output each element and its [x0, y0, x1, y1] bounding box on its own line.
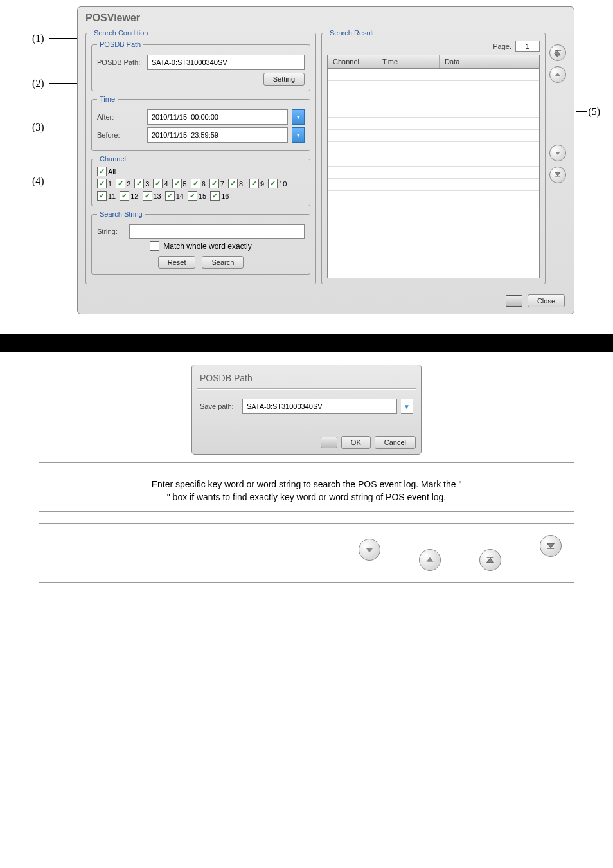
col-time[interactable]: Time [377, 55, 440, 68]
annotation-2: (2) [32, 78, 44, 89]
table-row [328, 167, 539, 179]
goto-first-icon-demo [479, 549, 501, 571]
checkbox-channel-16[interactable]: ✓ [210, 191, 220, 201]
channel-label: 5 [183, 180, 187, 188]
table-row [328, 154, 539, 167]
checkbox-channel-12[interactable]: ✓ [120, 191, 129, 201]
checkbox-channel-14[interactable]: ✓ [165, 191, 175, 201]
checkbox-channel-9[interactable]: ✓ [249, 179, 259, 188]
keyboard-icon[interactable] [506, 295, 522, 307]
annotation-3: (3) [32, 122, 44, 133]
channel-item-14: ✓14 [165, 191, 184, 201]
checkbox-channel-10[interactable]: ✓ [268, 179, 278, 188]
posdb-path-label: POSDB Path: [97, 59, 143, 66]
goto-last-button[interactable] [549, 167, 566, 183]
up-arrow-icon [555, 71, 561, 78]
down-icon-demo [359, 539, 380, 561]
checkbox-channel-7[interactable]: ✓ [209, 179, 219, 188]
channel-label: 15 [199, 192, 206, 200]
up-icon-demo [419, 549, 441, 571]
annotation-1: (1) [32, 33, 44, 44]
channel-group: Channel ✓ All ✓1✓2✓3✓4✓5✓6✓7✓8✓9✓10✓11✓1… [91, 155, 310, 206]
before-input[interactable] [147, 127, 288, 143]
after-input[interactable] [147, 109, 288, 125]
setting-button[interactable]: Setting [263, 73, 305, 86]
window-title: POSViewer [78, 7, 574, 29]
checkbox-channel-3[interactable]: ✓ [134, 179, 144, 188]
channel-item-4: ✓4 [153, 179, 168, 188]
channel-item-3: ✓3 [134, 179, 149, 188]
channel-item-16: ✓16 [210, 191, 229, 201]
col-data[interactable]: Data [440, 55, 539, 68]
page-number: 1 [515, 41, 540, 52]
channel-item-15: ✓15 [188, 191, 206, 201]
prev-button[interactable] [549, 66, 566, 83]
after-label: After: [97, 113, 143, 121]
result-table: Channel Time Data [327, 55, 540, 278]
search-string-input[interactable] [129, 224, 305, 239]
channel-label: 2 [127, 180, 130, 188]
channel-label: 12 [130, 192, 138, 200]
divider-3 [39, 469, 574, 469]
table-row [328, 142, 539, 154]
channel-item-13: ✓13 [143, 191, 161, 201]
search-condition-group: Search Condition POSDB Path POSDB Path: … [85, 29, 316, 284]
channel-label: 3 [145, 180, 149, 188]
channel-label: 6 [202, 180, 206, 188]
close-button[interactable]: Close [528, 294, 565, 307]
icon-row [39, 523, 574, 583]
table-row [328, 179, 539, 191]
channel-label: 8 [239, 180, 243, 188]
channel-label: 16 [221, 192, 229, 200]
checkbox-channel-13[interactable]: ✓ [143, 191, 152, 201]
table-row [328, 118, 539, 130]
channel-label: 13 [154, 192, 161, 200]
up-arrow-icon [425, 556, 434, 565]
down-arrow-icon [365, 545, 374, 554]
checkbox-channel-6[interactable]: ✓ [191, 179, 200, 188]
goto-last-icon-demo [540, 535, 562, 557]
channel-item-12: ✓12 [120, 191, 138, 201]
channel-label: 9 [260, 180, 264, 188]
search-string-group: Search String String: ✓ Match whole word… [91, 210, 310, 275]
search-button[interactable]: Search [202, 256, 244, 269]
cancel-button[interactable]: Cancel [375, 436, 416, 449]
posdb-path-input[interactable] [147, 55, 305, 70]
reset-button[interactable]: Reset [158, 256, 196, 269]
channel-label: 11 [108, 192, 116, 200]
checkbox-channel-1[interactable]: ✓ [97, 179, 107, 188]
string-label: String: [97, 228, 125, 235]
divider-1 [39, 462, 574, 463]
time-group: Time After: ▾ Before: ▾ [91, 95, 310, 151]
black-divider [0, 334, 613, 352]
channel-item-7: ✓7 [209, 179, 224, 188]
before-dropdown-icon[interactable]: ▾ [292, 127, 305, 143]
channel-item-1: ✓1 [97, 179, 112, 188]
annotation-4: (4) [32, 176, 44, 187]
search-result-group: Search Result Page. 1 Channel Time Data [321, 29, 546, 284]
keyboard-icon-dialog[interactable] [321, 437, 337, 448]
channel-label: 4 [164, 180, 168, 188]
after-dropdown-icon[interactable]: ▾ [292, 109, 305, 125]
goto-first-button[interactable] [549, 44, 566, 61]
col-channel[interactable]: Channel [328, 55, 377, 68]
checkbox-channel-2[interactable]: ✓ [116, 179, 125, 188]
checkbox-all[interactable]: ✓ [97, 167, 107, 176]
goto-first-icon [485, 555, 495, 565]
checkbox-channel-5[interactable]: ✓ [172, 179, 182, 188]
ok-button[interactable]: OK [341, 436, 371, 449]
checkbox-channel-15[interactable]: ✓ [188, 191, 197, 201]
save-path-dropdown-icon[interactable]: ▼ [401, 399, 413, 414]
match-checkbox[interactable]: ✓ [150, 241, 159, 251]
posdb-path-legend: POSDB Path [97, 41, 143, 48]
table-row [328, 93, 539, 105]
save-path-input[interactable] [242, 399, 397, 414]
checkbox-channel-4[interactable]: ✓ [153, 179, 163, 188]
posdb-dialog-title: POSDB Path [197, 370, 416, 389]
table-row [328, 81, 539, 93]
checkbox-channel-11[interactable]: ✓ [97, 191, 107, 201]
down-arrow-icon [555, 150, 561, 156]
posdb-path-group: POSDB Path POSDB Path: Setting [91, 41, 310, 91]
next-button[interactable] [549, 145, 566, 161]
checkbox-channel-8[interactable]: ✓ [228, 179, 238, 188]
